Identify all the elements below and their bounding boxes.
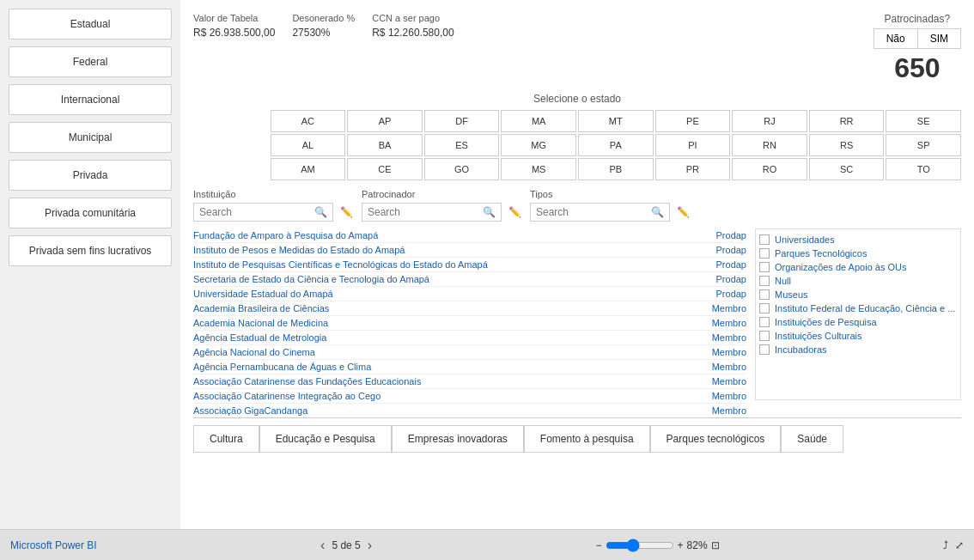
estado-cell-pi[interactable]: PI xyxy=(655,134,731,156)
instituicao-search-input[interactable] xyxy=(199,206,311,218)
patrocinador-search-input[interactable] xyxy=(368,206,479,218)
estado-cell-mt[interactable]: MT xyxy=(578,110,654,132)
institution-list: Fundação de Amparo à Pesquisa do AmapáPr… xyxy=(193,228,746,417)
tipos-search-icon[interactable]: 🔍 xyxy=(651,206,664,218)
institution-row[interactable]: Associação Catarinense Integração ao Ceg… xyxy=(193,389,746,404)
estado-cell-ro[interactable]: RO xyxy=(732,158,807,180)
tab-btn-saúde[interactable]: Saúde xyxy=(781,425,843,453)
tab-btn-educação-e-pesquisa[interactable]: Educação e Pesquisa xyxy=(259,425,392,453)
estado-cell-sc[interactable]: SC xyxy=(809,158,885,180)
institution-row[interactable]: Secretaria de Estado da Ciência e Tecnol… xyxy=(193,272,746,287)
institution-row[interactable]: Instituto de Pesquisas Científicas e Tec… xyxy=(193,258,746,272)
powerbi-link[interactable]: Microsoft Power BI xyxy=(10,539,97,551)
sidebar-btn-privada-sem-fins[interactable]: Privada sem fins lucrativos xyxy=(9,235,172,266)
institution-row[interactable]: Agência Nacional do CinemaMembro xyxy=(193,345,746,360)
tipo-checkbox[interactable] xyxy=(759,289,770,300)
tipo-label[interactable]: Parques Tecnológicos xyxy=(775,248,867,259)
institution-row[interactable]: Academia Brasileira de CiênciasMembro xyxy=(193,301,746,316)
zoom-plus[interactable]: + xyxy=(678,539,684,551)
estado-cell-ba[interactable]: BA xyxy=(347,134,423,156)
estado-cell-pe[interactable]: PE xyxy=(655,110,731,132)
estado-cell-rj[interactable]: RJ xyxy=(732,110,807,132)
estado-grid: ACAPDFMAMTPERJRRSEALBAESMGPAPIRNRSSPAMCE… xyxy=(193,110,961,180)
estado-cell-am[interactable]: AM xyxy=(271,158,346,180)
zoom-minus[interactable]: − xyxy=(596,539,602,551)
estado-cell-ms[interactable]: MS xyxy=(501,158,576,180)
ccn-label: CCN a ser pago xyxy=(372,13,454,23)
sidebar-btn-privada[interactable]: Privada xyxy=(9,160,172,191)
institution-row[interactable]: Agência Pernambucana de Águas e ClimaMem… xyxy=(193,360,746,374)
zoom-slider[interactable] xyxy=(606,539,674,552)
tipo-checkbox[interactable] xyxy=(759,303,770,313)
tipo-checkbox[interactable] xyxy=(759,344,770,355)
institution-row[interactable]: Agência Estadual de MetrologiaMembro xyxy=(193,331,746,345)
estado-cell-rs[interactable]: RS xyxy=(809,134,885,156)
tab-btn-fomento-à-pesquisa[interactable]: Fomento à pesquisa xyxy=(524,425,650,453)
sidebar-btn-municipal[interactable]: Municipal xyxy=(9,122,172,153)
institution-row[interactable]: Universidade Estadual do AmapáProdap xyxy=(193,287,746,301)
institution-type: Membro xyxy=(712,303,746,313)
instituicao-search-icon[interactable]: 🔍 xyxy=(314,206,327,218)
prev-page-button[interactable]: ‹ xyxy=(320,538,325,553)
estado-cell-go[interactable]: GO xyxy=(424,158,500,180)
sidebar-btn-internacional[interactable]: Internacional xyxy=(9,84,172,115)
tipo-checkbox[interactable] xyxy=(759,248,770,259)
institution-row[interactable]: Associação Catarinense das Fundações Edu… xyxy=(193,374,746,389)
institution-row[interactable]: Academia Nacional de MedicinaMembro xyxy=(193,316,746,331)
estado-cell-pr[interactable]: PR xyxy=(655,158,731,180)
pat-nao-button[interactable]: Não xyxy=(874,28,917,49)
estado-cell-al[interactable]: AL xyxy=(271,134,346,156)
institution-row[interactable]: Instituto de Pesos e Medidas do Estado d… xyxy=(193,243,746,258)
estado-cell-rn[interactable]: RN xyxy=(732,134,807,156)
estado-cell-ap[interactable]: AP xyxy=(347,110,423,132)
estado-cell-pb[interactable]: PB xyxy=(578,158,654,180)
tipo-label[interactable]: Instituto Federal de Educação, Ciência e… xyxy=(775,303,955,313)
estado-cell-es[interactable]: ES xyxy=(424,134,500,156)
estado-cell-pa[interactable]: PA xyxy=(578,134,654,156)
footer-bar: Microsoft Power BI ‹ 5 de 5 › − + 82% ⊡ … xyxy=(0,529,974,560)
tipo-label[interactable]: Museus xyxy=(775,289,808,300)
tipo-checkbox[interactable] xyxy=(759,262,770,272)
tipo-label[interactable]: Organizações de Apoio às OUs xyxy=(775,262,906,272)
patrocinador-edit-icon[interactable]: ✏️ xyxy=(508,206,521,218)
estado-cell-sp[interactable]: SP xyxy=(886,134,961,156)
tipo-checkbox[interactable] xyxy=(759,276,770,286)
tipo-checkbox[interactable] xyxy=(759,331,770,341)
instituicao-search-wrap: 🔍 ✏️ xyxy=(193,203,353,222)
estado-cell-se[interactable]: SE xyxy=(886,110,961,132)
estado-cell-mg[interactable]: MG xyxy=(501,134,576,156)
tipos-search-input[interactable] xyxy=(536,206,648,218)
estado-cell-empty xyxy=(193,134,269,156)
institution-type: Prodap xyxy=(716,245,746,255)
tab-btn-empresas-inovadoras[interactable]: Empresas inovadoras xyxy=(392,425,524,453)
fullscreen-icon[interactable]: ⊡ xyxy=(711,539,720,551)
estado-cell-ac[interactable]: AC xyxy=(271,110,346,132)
tipo-checkbox[interactable] xyxy=(759,317,770,327)
sidebar-btn-privada-comunitaria[interactable]: Privada comunitária xyxy=(9,198,172,228)
estado-cell-df[interactable]: DF xyxy=(424,110,500,132)
tipo-item: Null xyxy=(759,274,957,288)
tipo-label[interactable]: Instituições de Pesquisa xyxy=(775,317,877,327)
tipo-label[interactable]: Null xyxy=(775,276,791,286)
estado-cell-ma[interactable]: MA xyxy=(501,110,576,132)
institution-row[interactable]: Associação GigaCandangaMembro xyxy=(193,404,746,417)
tipo-checkbox[interactable] xyxy=(759,234,770,245)
instituicao-edit-icon[interactable]: ✏️ xyxy=(340,206,353,218)
pat-sim-button[interactable]: SIM xyxy=(917,28,961,49)
share-icon[interactable]: ⤴ xyxy=(943,539,948,551)
estado-cell-ce[interactable]: CE xyxy=(347,158,423,180)
estado-cell-rr[interactable]: RR xyxy=(809,110,885,132)
next-page-button[interactable]: › xyxy=(368,538,372,553)
tipo-label[interactable]: Incubadoras xyxy=(775,344,827,355)
sidebar-btn-estadual[interactable]: Estadual xyxy=(9,9,172,40)
patrocinador-search-icon[interactable]: 🔍 xyxy=(483,206,496,218)
tipos-edit-icon[interactable]: ✏️ xyxy=(677,206,690,218)
institution-row[interactable]: Fundação de Amparo à Pesquisa do AmapáPr… xyxy=(193,228,746,243)
tipo-label[interactable]: Instituições Culturais xyxy=(775,331,862,341)
tipo-label[interactable]: Universidades xyxy=(775,234,835,245)
estado-cell-to[interactable]: TO xyxy=(886,158,961,180)
tab-btn-cultura[interactable]: Cultura xyxy=(193,425,259,453)
expand-icon[interactable]: ⤢ xyxy=(955,539,964,551)
sidebar-btn-federal[interactable]: Federal xyxy=(9,46,172,77)
tab-btn-parques-tecnológicos[interactable]: Parques tecnológicos xyxy=(650,425,782,453)
